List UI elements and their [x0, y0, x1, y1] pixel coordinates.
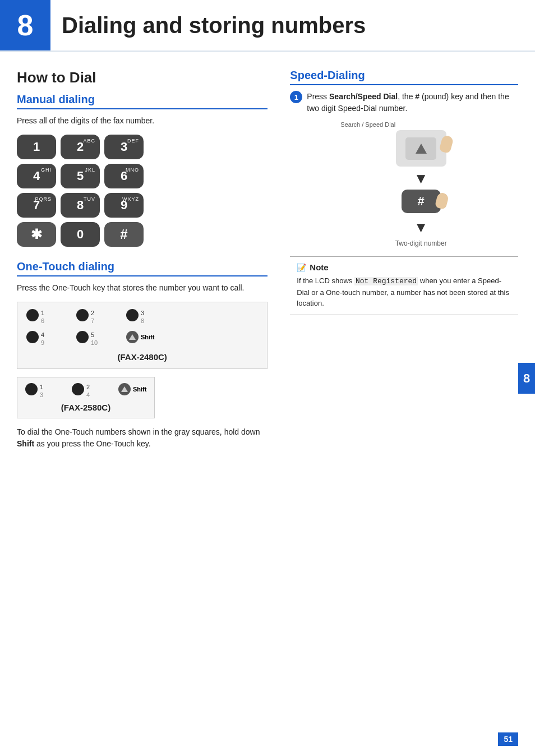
manual-dialing-body: Press all of the digits of the fax numbe…: [17, 115, 268, 127]
right-column: Speed-Dialing 1 Press Search/Speed Dial,…: [290, 69, 518, 458]
key-star: ✱: [17, 222, 56, 247]
key-3: 3DEF: [104, 135, 144, 159]
hash-button: #: [402, 190, 441, 213]
key-2: 2ABC: [61, 135, 100, 159]
pound-bold: #: [415, 92, 419, 101]
key-6: 6MNO: [104, 164, 144, 188]
key-8: 8TUV: [61, 193, 100, 218]
speed-dialing-step1: 1 Press Search/Speed Dial, the # (pound)…: [290, 91, 518, 114]
one-touch-body: Press the One-Touch key that stores the …: [17, 282, 268, 294]
ot-btn-4: 49: [26, 331, 68, 347]
page-header: 8 Dialing and storing numbers: [0, 0, 535, 52]
key-1: 1: [17, 135, 56, 159]
ot-btn-2580-2: 24: [72, 383, 114, 399]
speed-dialing-subtitle: Speed-Dialing: [290, 69, 518, 85]
search-speed-dial-label: Search / Speed Dial: [340, 121, 395, 128]
key-5: 5JKL: [61, 164, 100, 188]
search-speed-dial-bold: Search/Speed Dial: [329, 92, 398, 101]
note-box: 📝 Note If the LCD shows Not Registered w…: [290, 256, 518, 315]
shift-button-2480c: Shift: [126, 331, 168, 343]
note-header: 📝 Note: [297, 262, 511, 272]
shift-button-2580c: Shift: [118, 383, 152, 395]
key-0: 0: [61, 222, 100, 247]
ot-btn-5: 510: [76, 331, 118, 347]
arrow-down-1: ▼: [414, 170, 428, 187]
one-touch-footer: To dial the One-Touch numbers shown in t…: [17, 426, 268, 450]
step-text: Press Search/Speed Dial, the # (pound) k…: [307, 91, 518, 114]
fax-2480c-diagram: 16 27 38: [17, 302, 268, 369]
note-title: Note: [310, 262, 328, 272]
how-to-dial-title: How to Dial: [17, 69, 268, 86]
chapter-title: Dialing and storing numbers: [50, 13, 366, 38]
svg-rect-1: [131, 338, 133, 340]
arrow-down-2: ▼: [414, 219, 428, 236]
left-column: How to Dial Manual dialing Press all of …: [17, 69, 268, 458]
main-content: How to Dial Manual dialing Press all of …: [0, 69, 535, 458]
key-hash: #: [104, 222, 144, 247]
fax-2580c-diagram: 13 24: [17, 377, 268, 418]
key-9: 9WXYZ: [104, 193, 144, 218]
fax-2580c-label: (FAX-2580C): [25, 403, 146, 412]
ot-btn-1: 16: [26, 309, 68, 325]
step-number: 1: [290, 91, 302, 103]
ot-btn-2: 27: [76, 309, 118, 325]
note-icon: 📝: [297, 263, 306, 272]
two-digit-label: Two-digit number: [395, 239, 447, 247]
ot-btn-3: 38: [126, 309, 168, 325]
note-code: Not Registered: [354, 277, 418, 285]
ot-btn-2580-1: 13: [25, 383, 67, 399]
one-touch-subtitle: One-Touch dialing: [17, 260, 268, 276]
side-tab: 8: [518, 363, 535, 394]
chapter-number: 8: [0, 0, 50, 50]
keypad: 1 2ABC 3DEF 4GHI 5JKL 6MNO 7PQRS 8TUV 9W…: [17, 135, 268, 247]
manual-dialing-subtitle: Manual dialing: [17, 93, 268, 109]
speed-dial-illustration: Search / Speed Dial ▼ # ▼ Two-digit numb…: [324, 121, 518, 247]
key-4: 4GHI: [17, 164, 56, 188]
svg-rect-3: [123, 390, 126, 392]
key-7: 7PQRS: [17, 193, 56, 218]
fax-2480c-label: (FAX-2480C): [26, 352, 258, 362]
note-text: If the LCD shows Not Registered when you…: [297, 275, 511, 309]
page-number: 51: [498, 732, 518, 746]
